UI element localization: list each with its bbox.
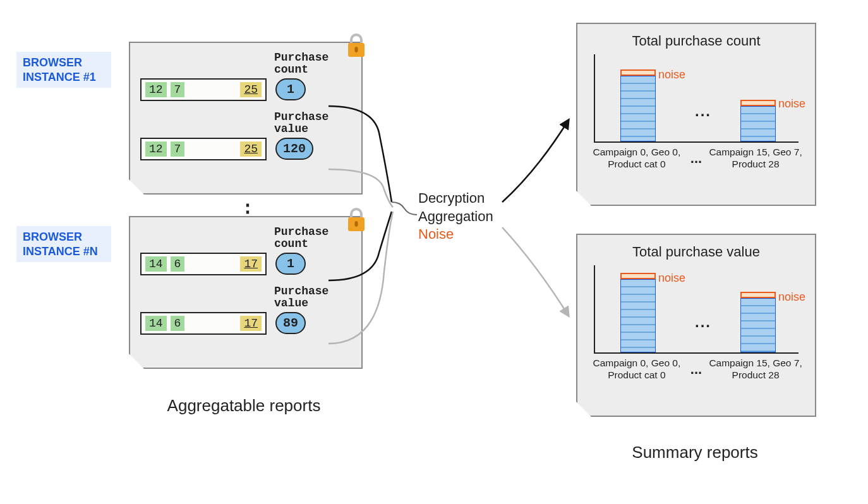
lock-icon (346, 33, 366, 58)
noise-label: noise (778, 291, 805, 304)
noise-label: noise (658, 68, 685, 81)
key-segment: 12 (145, 82, 167, 97)
process-noise: Noise (418, 225, 493, 244)
aggregatable-report-1: Purchase count 12 7 25 1 Purchase value (129, 42, 363, 195)
summary-count-title: Total purchase count (590, 33, 802, 49)
summary-reports-label: Summary reports (619, 442, 771, 463)
category-right: Campaign 15, Geo 7, Product 28 (709, 147, 802, 170)
summary-report-count: Total purchase count noise ... noise Cam… (576, 23, 816, 206)
browser-instance-n-label: BROWSER INSTANCE #N (16, 226, 111, 262)
noise-label: noise (658, 272, 685, 285)
key-row: 14 6 17 (140, 312, 267, 335)
key-segment: 25 (240, 141, 262, 157)
key-segment: 6 (171, 256, 185, 272)
category-ellipsis: ... (684, 150, 709, 167)
key-segment: 14 (145, 256, 167, 272)
process-aggregation: Aggregation (418, 208, 493, 226)
process-steps: Decryption Aggregation Noise (418, 189, 493, 244)
purchase-count-label: Purchase count (274, 226, 337, 250)
key-row: 14 6 17 (140, 253, 267, 275)
purchase-value-value: 120 (275, 138, 313, 160)
process-decryption: Decryption (418, 189, 493, 208)
summary-count-chart: noise ... noise (594, 54, 799, 143)
category-ellipsis: ... (684, 361, 709, 378)
key-segment: 25 (240, 82, 262, 97)
key-segment: 17 (240, 316, 262, 331)
purchase-value-label: Purchase value (274, 285, 337, 309)
purchase-count-label: Purchase count (274, 52, 337, 76)
noise-label: noise (778, 97, 805, 111)
svg-rect-1 (355, 47, 358, 52)
aggregatable-reports-label: Aggregatable reports (155, 395, 332, 416)
key-segment: 7 (171, 141, 185, 157)
bar-ellipsis: ... (695, 313, 711, 331)
key-segment: 14 (145, 316, 167, 331)
lock-icon (346, 207, 366, 232)
key-row: 12 7 25 (140, 78, 267, 101)
bar-ellipsis: ... (695, 102, 711, 120)
key-segment: 12 (145, 141, 167, 157)
browser-instance-1-label: BROWSER INSTANCE #1 (16, 52, 111, 88)
key-segment: 7 (171, 82, 185, 97)
purchase-value-label: Purchase value (274, 111, 337, 135)
aggregatable-report-n: Purchase count 14 6 17 1 Purchase value (129, 216, 363, 369)
category-left: Campaign 0, Geo 0, Product cat 0 (590, 147, 684, 170)
summary-value-title: Total purchase value (590, 244, 802, 260)
purchase-count-value: 1 (275, 253, 306, 275)
key-row: 12 7 25 (140, 138, 267, 160)
key-segment: 17 (240, 256, 262, 272)
category-right: Campaign 15, Geo 7, Product 28 (709, 357, 802, 381)
key-segment: 6 (171, 316, 185, 331)
purchase-value-value: 89 (275, 312, 306, 334)
purchase-count-value: 1 (275, 78, 306, 100)
summary-value-chart: noise ... noise (594, 265, 799, 354)
category-left: Campaign 0, Geo 0, Product cat 0 (590, 357, 684, 381)
svg-rect-3 (355, 221, 358, 227)
summary-report-value: Total purchase value noise ... noise Cam… (576, 234, 816, 417)
